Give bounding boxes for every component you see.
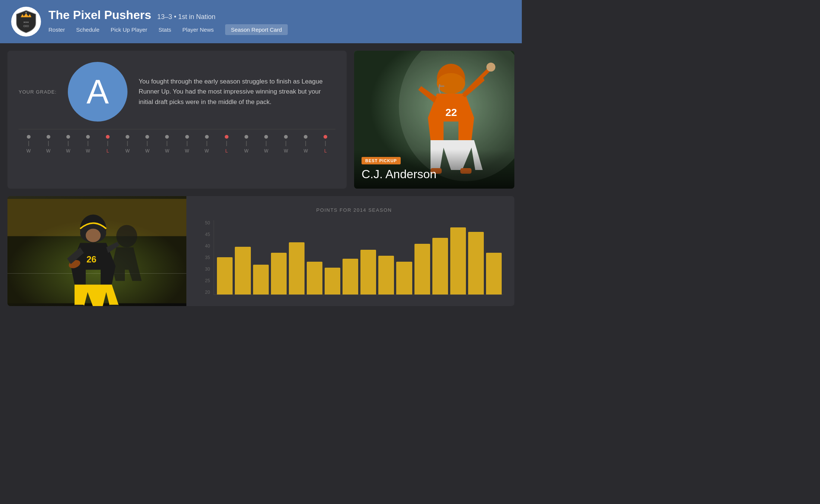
season-dots: WWWWLWWWWWLWWWWL <box>19 129 335 154</box>
dot-marker <box>28 141 29 146</box>
chart-bar <box>396 262 412 294</box>
dot-marker <box>127 141 128 146</box>
week-result: W <box>165 148 169 154</box>
week-dot <box>205 135 209 139</box>
week-dot <box>27 135 31 139</box>
svg-point-22 <box>116 225 137 248</box>
chart-bar <box>432 238 448 294</box>
week-dot <box>86 135 90 139</box>
grade-label: YOUR GRADE: <box>19 89 57 95</box>
week-result: W <box>46 148 50 154</box>
nav-row: Roster Schedule Pick Up Player Stats Pla… <box>48 24 288 35</box>
week-item-2: W <box>38 135 58 154</box>
nav-stats[interactable]: Stats <box>158 25 171 34</box>
chart-y-axis: 50454035302520 <box>205 220 214 295</box>
week-dot <box>165 135 169 139</box>
svg-text:26: 26 <box>86 254 97 264</box>
dot-marker <box>305 141 306 146</box>
week-item-6: W <box>118 135 138 154</box>
week-item-12: W <box>236 135 256 154</box>
chart-bar <box>378 256 394 294</box>
y-label: 45 <box>205 232 210 237</box>
week-item-5: L <box>98 135 118 154</box>
y-label: 50 <box>205 220 210 226</box>
week-result: W <box>126 148 130 154</box>
week-result: W <box>26 148 31 154</box>
top-row: YOUR GRADE: A You fought through the ear… <box>7 51 514 189</box>
grade-card: YOUR GRADE: A You fought through the ear… <box>7 51 347 189</box>
team-logo: ✕✕✕ ○○○ <box>11 7 41 37</box>
week-dot <box>245 135 248 139</box>
week-dot <box>304 135 308 139</box>
team-record: 13–3 • 1st in Nation <box>157 13 215 21</box>
week-result: W <box>66 148 70 154</box>
chart-section: POINTS FOR 2014 SEASON 50454035302520 <box>194 196 514 306</box>
nav-playernews[interactable]: Player News <box>182 25 214 34</box>
nav-reportcard[interactable]: Season Report Card <box>225 24 288 35</box>
svg-text:22: 22 <box>445 107 457 118</box>
nav-schedule[interactable]: Schedule <box>76 25 100 34</box>
week-item-11: L <box>217 135 236 154</box>
dot-marker <box>325 141 326 146</box>
svg-point-7 <box>437 73 465 94</box>
chart-bars <box>214 220 503 295</box>
week-item-9: W <box>177 135 197 154</box>
chart-bar <box>253 265 269 294</box>
dot-marker <box>48 141 49 146</box>
best-pickup-name: C.J. Anderson <box>362 167 507 181</box>
week-result: W <box>86 148 90 154</box>
chart-bar <box>414 244 430 294</box>
y-label: 40 <box>205 243 210 249</box>
dot-marker <box>167 141 167 146</box>
dot-marker <box>246 141 247 146</box>
player-photo: 26 <box>7 196 186 306</box>
y-label: 30 <box>205 267 210 272</box>
chart-bar <box>289 242 305 294</box>
week-item-1: W <box>19 135 38 154</box>
week-result: W <box>284 148 288 154</box>
svg-text:✕✕✕: ✕✕✕ <box>23 21 29 24</box>
nav-roster[interactable]: Roster <box>48 25 65 34</box>
chart-area: 50454035302520 <box>205 220 503 295</box>
week-result: W <box>185 148 189 154</box>
week-dot <box>225 135 228 139</box>
dot-marker <box>226 141 227 146</box>
svg-point-3 <box>25 12 27 13</box>
bottom-row: 26 <box>7 196 514 306</box>
week-dot <box>264 135 268 139</box>
chart-bar <box>271 253 287 294</box>
week-item-14: W <box>276 135 296 154</box>
week-dot <box>145 135 149 139</box>
week-dot <box>126 135 129 139</box>
week-dot <box>324 135 327 139</box>
svg-point-17 <box>86 229 101 242</box>
week-result: W <box>145 148 149 154</box>
best-pickup-overlay: BEST PICKUP C.J. Anderson <box>354 149 514 189</box>
y-label: 25 <box>205 278 210 283</box>
dot-marker <box>187 141 187 146</box>
best-pickup-badge: BEST PICKUP <box>362 157 401 164</box>
team-name: The Pixel Pushers <box>48 8 151 22</box>
dot-marker <box>206 141 207 146</box>
week-dot <box>185 135 189 139</box>
week-dot <box>106 135 110 139</box>
svg-point-9 <box>486 63 495 72</box>
week-result: W <box>264 148 268 154</box>
grade-description: You fought through the early season stru… <box>139 76 335 107</box>
best-pickup-card: 22 BEST PICKUP <box>354 51 514 189</box>
week-dot <box>47 135 50 139</box>
chart-bar <box>307 262 322 294</box>
grade-circle: A <box>68 62 127 122</box>
svg-rect-21 <box>109 305 119 306</box>
week-dot <box>284 135 288 139</box>
week-result: L <box>225 148 228 154</box>
chart-bar <box>235 247 250 294</box>
chart-bar <box>486 253 502 294</box>
chart-bar <box>360 250 376 294</box>
nav-pickup[interactable]: Pick Up Player <box>111 25 147 34</box>
week-item-8: W <box>157 135 177 154</box>
dot-marker <box>68 141 69 146</box>
week-item-7: W <box>138 135 157 154</box>
svg-rect-20 <box>74 305 84 306</box>
chart-bar <box>343 259 358 294</box>
